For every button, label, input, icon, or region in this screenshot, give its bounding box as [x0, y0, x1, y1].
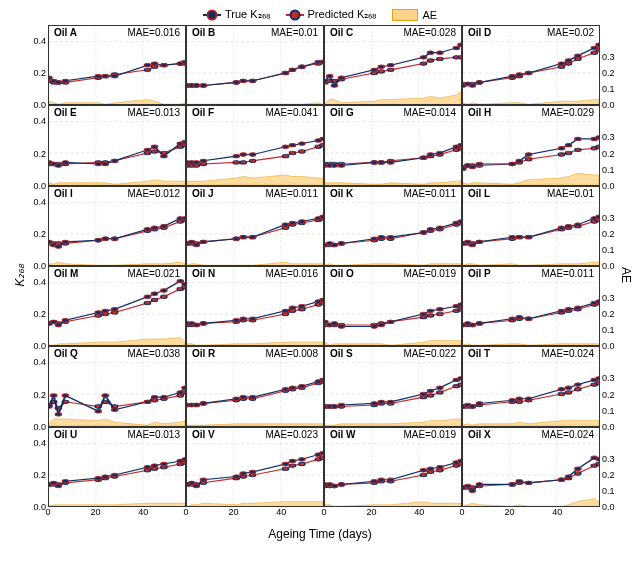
ytick-right: 0.1 [602, 245, 628, 255]
chart-panel-I: Oil IMAE=0.012 [48, 186, 186, 266]
ytick-right: 0.3 [602, 373, 628, 383]
svg-point-215 [558, 153, 564, 157]
svg-point-661 [388, 478, 394, 482]
ytick-right: 0.3 [602, 293, 628, 303]
svg-point-48 [193, 84, 199, 88]
svg-point-255 [112, 237, 118, 241]
svg-point-289 [320, 215, 323, 219]
svg-point-198 [420, 156, 426, 160]
svg-point-75 [325, 79, 328, 83]
svg-point-492 [182, 386, 185, 390]
svg-point-361 [151, 298, 157, 302]
chart-panel-H: Oil HMAE=0.029 [462, 105, 600, 185]
svg-point-369 [95, 311, 101, 315]
svg-point-545 [388, 400, 394, 404]
svg-point-512 [193, 403, 199, 407]
svg-point-281 [200, 240, 206, 244]
svg-point-229 [575, 137, 581, 141]
svg-point-253 [95, 238, 101, 242]
svg-point-257 [151, 226, 157, 230]
svg-point-542 [338, 403, 344, 407]
svg-point-137 [95, 162, 101, 166]
svg-point-311 [371, 237, 377, 241]
svg-point-154 [233, 161, 239, 165]
svg-point-422 [458, 307, 461, 311]
svg-point-376 [182, 282, 185, 286]
svg-point-458 [526, 317, 532, 321]
svg-point-309 [331, 243, 337, 247]
svg-point-86 [458, 43, 461, 47]
svg-point-341 [516, 235, 522, 239]
svg-point-693 [575, 467, 581, 471]
svg-point-360 [144, 301, 150, 305]
svg-point-196 [378, 161, 384, 165]
ytick-left: 0.2 [16, 229, 46, 239]
svg-point-402 [289, 306, 295, 310]
svg-point-419 [427, 314, 433, 318]
svg-point-401 [282, 309, 288, 313]
chart-panel-S: Oil SMAE=0.022 [324, 346, 462, 426]
svg-point-481 [49, 405, 52, 409]
svg-point-521 [320, 378, 323, 382]
svg-point-663 [427, 467, 433, 471]
svg-point-362 [161, 295, 167, 299]
svg-point-485 [95, 410, 101, 414]
svg-point-572 [509, 399, 515, 403]
svg-point-216 [565, 152, 571, 156]
chart-panel-T: Oil TMAE=0.024 [462, 346, 600, 426]
svg-point-165 [200, 159, 206, 163]
svg-point-548 [437, 386, 443, 390]
ytick-left: 0.4 [16, 116, 46, 126]
svg-point-598 [51, 481, 57, 485]
svg-point-490 [161, 396, 167, 400]
svg-point-579 [596, 377, 599, 381]
svg-point-366 [51, 320, 57, 324]
ytick-left: 0.2 [16, 390, 46, 400]
xtick: 20 [229, 507, 239, 517]
svg-point-660 [378, 478, 384, 482]
svg-point-139 [112, 159, 118, 163]
chart-panel-E: Oil EMAE=0.013 [48, 105, 186, 185]
svg-point-543 [371, 402, 377, 406]
svg-point-193 [331, 164, 337, 168]
svg-point-397 [200, 322, 206, 326]
svg-point-84 [437, 51, 443, 55]
svg-point-283 [240, 235, 246, 239]
svg-point-484 [62, 394, 68, 398]
svg-point-71 [427, 59, 433, 63]
ytick-right: 0.1 [602, 84, 628, 94]
svg-point-563 [558, 393, 564, 397]
svg-point-431 [427, 309, 433, 313]
svg-point-224 [509, 162, 515, 166]
ytick-left: 0.0 [16, 502, 46, 512]
svg-point-370 [102, 309, 108, 313]
svg-point-423 [325, 320, 328, 324]
svg-point-403 [299, 304, 305, 308]
svg-point-662 [420, 468, 426, 472]
ytick-right: 0.1 [602, 486, 628, 496]
svg-point-608 [182, 457, 185, 461]
legend-pred-label: Predicted K₂₆₈ [308, 8, 377, 21]
svg-point-111 [558, 62, 564, 66]
svg-point-102 [591, 51, 597, 55]
chart-panel-A: Oil AMAE=0.016 [48, 25, 186, 105]
svg-point-375 [177, 279, 183, 283]
svg-point-171 [299, 142, 305, 146]
ytick-right: 0.2 [602, 309, 628, 319]
svg-point-110 [526, 71, 532, 75]
svg-point-217 [575, 148, 581, 152]
svg-point-226 [526, 153, 532, 157]
svg-point-222 [469, 166, 475, 170]
chart-panel-G: Oil GMAE=0.014 [324, 105, 462, 185]
svg-point-106 [469, 84, 475, 88]
svg-point-690 [526, 481, 532, 485]
svg-point-536 [437, 391, 443, 395]
svg-point-517 [282, 388, 288, 392]
svg-point-55 [299, 65, 305, 69]
svg-point-338 [469, 243, 475, 247]
svg-point-629 [200, 478, 206, 482]
chart-panel-N: Oil NMAE=0.016 [186, 266, 324, 346]
svg-point-51 [240, 79, 246, 83]
svg-point-279 [189, 240, 195, 244]
chart-panel-L: Oil LMAE=0.01 [462, 186, 600, 266]
